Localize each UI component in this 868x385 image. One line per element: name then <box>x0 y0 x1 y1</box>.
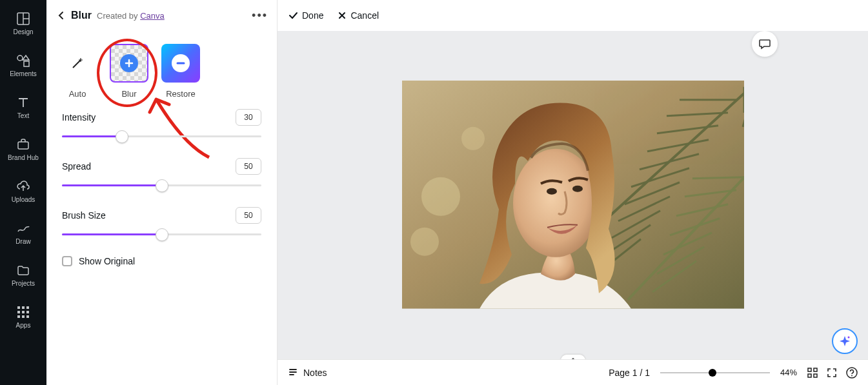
zoom-slider[interactable] <box>660 368 770 377</box>
svg-rect-23 <box>808 368 811 371</box>
svg-point-16 <box>421 177 460 215</box>
rail-item-uploads[interactable]: Uploads <box>0 174 46 208</box>
tool-label: Restore <box>166 89 196 99</box>
svg-point-28 <box>851 375 853 376</box>
cancel-label: Cancel <box>350 10 379 21</box>
svg-point-18 <box>461 126 485 150</box>
editor-panel: Blur Created by Canva ••• Auto <box>46 0 278 385</box>
svg-rect-12 <box>17 315 20 318</box>
tool-auto[interactable]: Auto <box>58 44 97 99</box>
rail-label: Brand Hub <box>8 154 39 161</box>
svg-rect-24 <box>814 368 817 371</box>
tool-label: Auto <box>69 89 86 99</box>
fullscreen-button[interactable] <box>827 368 837 378</box>
created-by: Created by Canva <box>97 11 165 21</box>
created-by-brand-link[interactable]: Canva <box>140 11 165 21</box>
draw-icon <box>16 221 30 235</box>
footer-bar: Notes Page 1 / 1 44% <box>278 359 868 385</box>
panel-header: Blur Created by Canva ••• <box>46 0 277 31</box>
rail-label: Apps <box>16 322 31 329</box>
rail-label: Uploads <box>12 196 35 203</box>
page-indicator[interactable]: Page 1 / 1 <box>609 368 650 378</box>
slider-track[interactable] <box>62 181 261 190</box>
rail-item-projects[interactable]: Projects <box>0 258 46 292</box>
tool-restore[interactable]: Restore <box>161 44 200 99</box>
canvas[interactable]: ◄ ► Notes Page 1 / 1 44% <box>278 31 868 385</box>
magic-ai-button[interactable] <box>832 328 858 354</box>
slider-value-input[interactable]: 50 <box>236 158 261 175</box>
rail-item-design[interactable]: Design <box>0 6 46 41</box>
plus-circle-icon <box>120 54 138 72</box>
comment-button[interactable] <box>752 31 778 57</box>
done-button[interactable]: Done <box>288 10 323 21</box>
notes-icon <box>288 368 298 378</box>
apps-grid-icon <box>16 305 30 319</box>
rail-item-draw[interactable]: Draw <box>0 216 46 250</box>
svg-rect-10 <box>22 311 25 313</box>
rail-item-apps[interactable]: Apps <box>0 300 46 334</box>
tool-blur[interactable]: Blur <box>110 44 148 99</box>
slider-intensity: Intensity 30 <box>62 109 261 141</box>
tool-row: Auto Blur Restore <box>46 31 277 103</box>
svg-rect-13 <box>22 315 25 318</box>
svg-rect-6 <box>17 306 20 309</box>
magic-wand-icon <box>69 55 86 72</box>
slider-value-input[interactable]: 30 <box>236 109 261 126</box>
panel-title: Blur <box>71 10 92 21</box>
back-button[interactable] <box>56 10 67 21</box>
slider-value-input[interactable]: 50 <box>236 207 261 224</box>
canvas-image[interactable] <box>402 80 744 308</box>
svg-rect-26 <box>814 374 817 377</box>
svg-rect-11 <box>26 311 29 313</box>
rail-label: Projects <box>12 280 35 287</box>
slider-brush-size: Brush Size 50 <box>62 207 261 239</box>
more-menu-button[interactable]: ••• <box>252 9 268 23</box>
svg-rect-25 <box>808 374 811 377</box>
left-rail: Design Elements Text Brand Hub Uploads <box>0 0 46 385</box>
speech-bubble-icon <box>758 37 771 50</box>
cancel-button[interactable]: Cancel <box>338 10 379 21</box>
slider-track[interactable] <box>62 132 261 141</box>
check-icon <box>288 10 298 21</box>
slider-label: Brush Size <box>62 210 106 221</box>
folder-icon <box>16 263 30 277</box>
notes-label: Notes <box>303 368 327 378</box>
show-original-toggle[interactable]: Show Original <box>62 256 261 266</box>
rail-label: Text <box>17 112 29 119</box>
svg-point-27 <box>847 368 857 378</box>
svg-rect-4 <box>24 61 29 66</box>
sparkle-icon <box>838 335 851 348</box>
rail-item-brandhub[interactable]: Brand Hub <box>0 132 46 166</box>
rail-item-text[interactable]: Text <box>0 90 46 124</box>
svg-point-3 <box>17 55 23 61</box>
shapes-icon <box>16 54 30 68</box>
checkbox-icon[interactable] <box>62 256 72 266</box>
notes-button[interactable]: Notes <box>288 368 327 378</box>
svg-point-22 <box>848 337 850 339</box>
grid-view-button[interactable] <box>807 368 818 378</box>
svg-rect-9 <box>17 311 20 313</box>
slider-label: Intensity <box>62 112 96 123</box>
slider-section: Intensity 30 Spread 50 <box>46 103 277 273</box>
done-label: Done <box>302 10 323 21</box>
svg-rect-5 <box>18 142 28 149</box>
rail-item-elements[interactable]: Elements <box>0 48 46 83</box>
svg-rect-8 <box>26 306 29 309</box>
cloud-upload-icon <box>16 179 30 193</box>
svg-point-20 <box>547 188 557 194</box>
help-button[interactable] <box>846 367 858 379</box>
rail-label: Draw <box>15 238 30 245</box>
close-icon <box>338 11 347 20</box>
briefcase-icon <box>16 137 30 152</box>
layout-icon <box>16 12 30 26</box>
minus-circle-icon <box>172 54 190 72</box>
text-icon <box>16 95 30 110</box>
rail-label: Elements <box>10 70 37 77</box>
svg-rect-7 <box>22 306 25 309</box>
tool-label: Blur <box>121 89 136 99</box>
topbar: Done Cancel <box>278 0 868 31</box>
rail-label: Design <box>13 28 33 35</box>
zoom-percent[interactable]: 44% <box>780 368 797 377</box>
svg-rect-14 <box>26 315 29 318</box>
slider-track[interactable] <box>62 230 261 239</box>
